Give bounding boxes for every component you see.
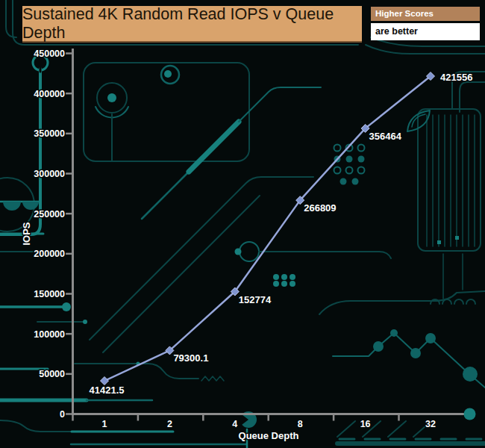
data-point-label: 266809 xyxy=(304,202,336,214)
y-tick-label: 200000 xyxy=(34,249,65,259)
x-tick-label: 4 xyxy=(232,419,237,429)
data-point-label: 79300.1 xyxy=(173,352,208,364)
data-point-label: 421556 xyxy=(440,72,472,83)
y-tick-label: 0 xyxy=(60,409,65,420)
chart-title: Sustained 4K Random Read IOPS v Queue De… xyxy=(22,5,362,43)
x-tick-label: 16 xyxy=(360,419,371,429)
x-tick-label: 1 xyxy=(102,419,107,429)
x-axis-title: Queue Depth xyxy=(239,430,299,441)
y-tick-label: 300000 xyxy=(34,169,65,179)
y-tick-label: 350000 xyxy=(34,128,65,139)
note-are-better: are better xyxy=(371,23,480,40)
data-point-label: 41421.5 xyxy=(90,385,125,396)
y-tick-label: 250000 xyxy=(34,209,65,220)
x-tick-label: 2 xyxy=(167,419,172,429)
data-point-label: 356464 xyxy=(369,131,402,142)
data-point-label: 152774 xyxy=(239,294,272,305)
axis-end-node xyxy=(464,408,476,420)
x-tick-label: 32 xyxy=(425,419,436,429)
note-higher-scores: Higher Scores xyxy=(371,7,480,21)
benchmark-chart-window: 0500001000001500002000002500003000003500… xyxy=(0,0,485,448)
data-point-marker xyxy=(101,377,109,385)
x-tick-label: 8 xyxy=(298,419,303,429)
y-tick-label: 100000 xyxy=(34,329,65,340)
iops-line-chart: 0500001000001500002000002500003000003500… xyxy=(0,0,485,448)
data-line xyxy=(104,76,431,381)
y-tick-label: 50000 xyxy=(39,369,65,379)
chart-title-bar: Sustained 4K Random Read IOPS v Queue De… xyxy=(22,6,362,43)
y-tick-label: 450000 xyxy=(34,49,65,59)
y-tick-label: 400000 xyxy=(34,89,65,99)
y-axis-title: IOPS xyxy=(21,222,32,245)
y-tick-label: 150000 xyxy=(34,289,65,299)
